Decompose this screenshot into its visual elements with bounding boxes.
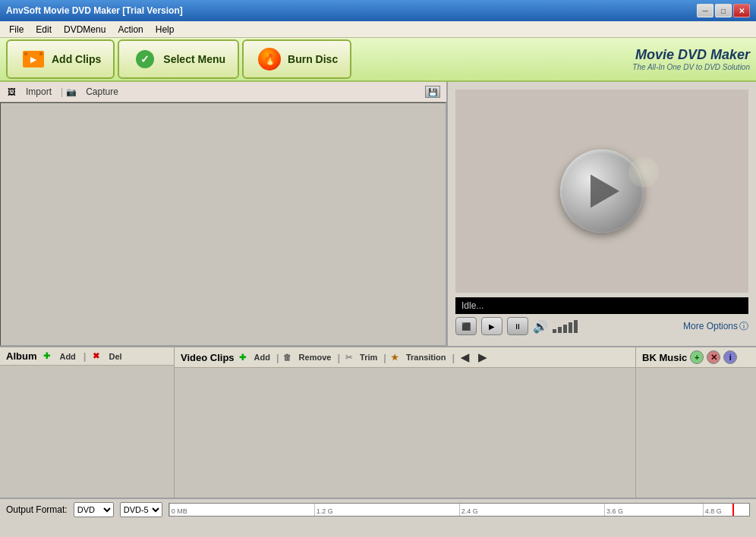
title-bar: AnvSoft Movie DVD Maker [Trial Version] … [0,0,756,21]
album-add-icon: ✚ [41,351,52,362]
tick-label-0mb: 0 MB [170,507,187,516]
volume-icon[interactable]: 🔊 [533,319,548,334]
browser-tabs: 🖼 Import | 📷 Capture 💾 [0,82,446,102]
minimize-button[interactable]: ─ [697,4,713,17]
signal-bar-4 [569,322,572,333]
check-icon: ✓ [136,50,154,68]
signal-bar-5 [574,320,578,333]
stop-button[interactable]: ⬛ [455,317,477,335]
menu-bar: File Edit DVDMenu Action Help [0,21,756,38]
maximize-button[interactable]: □ [715,4,732,17]
progress-bar-area: 0 MB 1.2 G 2.4 G 3.6 G 4.8 G [169,503,750,517]
clip-browser: 🖼 Import | 📷 Capture 💾 [0,82,448,346]
burn-disc-icon: 🔥 [256,46,283,73]
select-menu-label: Select Menu [163,53,225,65]
tick-4-8g: 4.8 G [703,504,722,516]
brand-subtitle: The All-In One DV to DVD Solution [632,63,750,71]
burn-disc-button[interactable]: 🔥 Burn Disc [242,39,351,79]
signal-bar-1 [553,329,556,333]
add-clips-button[interactable]: ▶ Add Clips [6,39,115,79]
disc-select[interactable]: DVD-5 DVD-9 [120,502,162,517]
vc-remove-button[interactable]: Remove [296,352,335,363]
capture-tab[interactable]: Capture [80,85,124,99]
album-content [0,366,174,498]
vc-trim-icon: ✂ [343,352,354,363]
album-del-button[interactable]: Del [106,351,124,362]
pause-button[interactable]: ⏸ [507,317,528,335]
brand: Movie DVD Maker The All-In One DV to DVD… [632,47,750,71]
bkmusic-add-button[interactable]: + [690,350,704,364]
output-format-label: Output Format: [6,504,68,515]
vc-add-button[interactable]: Add [251,352,273,363]
menu-file[interactable]: File [3,23,30,36]
album-header: Album ✚ Add | ✖ Del [0,347,174,366]
vc-transition-icon: ★ [389,352,400,363]
play-glow [628,157,659,187]
vc-transition-button[interactable]: Transition [403,352,449,363]
tick-0mb: 0 MB [169,504,187,516]
format-select[interactable]: DVD SVCD VCD [74,502,114,517]
menu-edit[interactable]: Edit [30,23,58,36]
status-text: Idle... [461,300,484,311]
more-options-button[interactable]: More Options ⓘ [683,320,748,333]
menu-help[interactable]: Help [150,23,181,36]
add-clips-icon: ▶ [20,46,47,73]
sep4: | [383,352,386,363]
tick-label-2-4g: 2.4 G [460,507,478,516]
import-tab[interactable]: Import [20,85,58,99]
signal-bars [553,320,578,333]
bkmusic-header: BK Music + ✕ i [636,347,756,368]
album-del-icon: ✖ [90,351,101,362]
sep5: | [452,352,455,363]
tick-label-1-2g: 1.2 G [315,507,333,516]
tick-label-3-6g: 3.6 G [605,507,623,516]
tick-2-4g: 2.4 G [459,504,478,516]
videoclips-header: Video Clips ✚ Add | 🗑 Remove | ✂ Trim | … [175,347,635,368]
save-view-button[interactable]: 💾 [425,86,440,98]
videoclips-content [175,368,635,498]
select-menu-icon: ✓ [131,46,159,73]
close-button[interactable]: ✕ [733,4,750,17]
film-icon: ▶ [23,51,44,68]
status-bar: Idle... [455,297,748,314]
brand-title: Movie DVD Maker [632,47,750,63]
album-label: Album [6,350,36,362]
videoclips-panel: Video Clips ✚ Add | 🗑 Remove | ✂ Trim | … [175,347,636,498]
sep1: | [83,350,87,362]
album-add-button[interactable]: Add [56,351,78,362]
tick-label-4-8g: 4.8 G [704,507,722,516]
bkmusic-label: BK Music [642,352,687,363]
bkmusic-content [636,368,756,498]
bkmusic-info-button[interactable]: i [723,350,737,364]
album-panel: Album ✚ Add | ✖ Del [0,347,175,498]
select-menu-button[interactable]: ✓ Select Menu [118,39,239,79]
bkmusic-panel: BK Music + ✕ i [636,347,756,498]
vc-prev-button[interactable]: ◀ [458,350,472,364]
flame-icon: 🔥 [258,48,281,71]
vc-trim-button[interactable]: Trim [357,352,380,363]
browser-toolbar-right: 💾 [425,86,440,98]
more-options-label: More Options [683,321,738,331]
bkmusic-remove-button[interactable]: ✕ [707,350,720,364]
bottom-area: Album ✚ Add | ✖ Del Video Clips ✚ Add | … [0,346,756,498]
bottom-status-bar: Output Format: DVD SVCD VCD DVD-5 DVD-9 … [0,498,756,520]
sep3: | [337,352,340,363]
preview-panel: Idle... ⬛ ▶ ⏸ 🔊 More Options ⓘ [448,82,756,346]
menu-action[interactable]: Action [112,23,149,36]
tab-separator: | [61,86,63,97]
title-controls: ─ □ ✕ [697,4,750,17]
menu-dvdmenu[interactable]: DVDMenu [58,23,112,36]
capture-icon: 📷 [66,86,77,97]
progress-red-mark [732,504,734,516]
burn-disc-label: Burn Disc [288,53,338,65]
signal-bar-3 [563,325,567,333]
window-title: AnvSoft Movie DVD Maker [Trial Version] [6,5,183,16]
tick-3-6g: 3.6 G [604,504,623,516]
signal-bar-2 [558,327,562,333]
preview-video-area [455,90,748,293]
vc-next-button[interactable]: ▶ [475,350,490,364]
vc-remove-icon: 🗑 [282,352,293,363]
sep2: | [276,352,279,363]
add-clips-label: Add Clips [52,53,101,65]
play-ctrl-button[interactable]: ▶ [481,317,502,335]
